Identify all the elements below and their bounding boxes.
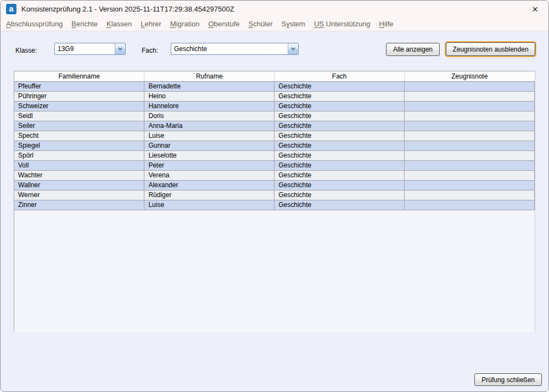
- column-header-rufname[interactable]: Rufname: [144, 71, 274, 81]
- table-cell[interactable]: Spiegel: [14, 141, 144, 150]
- table-cell[interactable]: [405, 91, 535, 101]
- table-cell[interactable]: Pfeuffer: [14, 81, 144, 91]
- app-icon: a: [6, 4, 16, 14]
- table-cell[interactable]: Pühringer: [14, 91, 144, 101]
- menu-item-migration[interactable]: Migration: [166, 18, 204, 30]
- table-cell[interactable]: [405, 160, 535, 170]
- table-cell[interactable]: Zinner: [14, 200, 144, 210]
- menu-item-us-unterstuetzung[interactable]: US Unterstützung: [310, 18, 375, 30]
- table-cell[interactable]: Hannelore: [144, 101, 274, 111]
- table-cell[interactable]: Geschichte: [274, 200, 405, 210]
- chevron-down-icon: [291, 46, 295, 50]
- menu-item-lehrer[interactable]: Lehrer: [136, 18, 166, 30]
- table-cell[interactable]: Geschichte: [274, 160, 405, 170]
- table-cell[interactable]: [405, 111, 535, 121]
- fach-combobox[interactable]: Geschichte: [171, 43, 299, 55]
- klasse-dropdown-button[interactable]: [115, 43, 125, 54]
- menu-item-system[interactable]: System: [277, 18, 310, 30]
- table-body: Pfeuffer Bernadette Geschichte Pühringer…: [14, 81, 535, 210]
- table-cell[interactable]: Geschichte: [274, 170, 405, 180]
- app-window: a Konsistenzprüfung 2.1 - Version 2025-1…: [0, 0, 549, 392]
- alle-anzeigen-button[interactable]: Alle anzeigen: [386, 43, 440, 56]
- table-cell[interactable]: [405, 131, 535, 141]
- table-row[interactable]: Wallner Alexander Geschichte: [14, 180, 535, 190]
- table-row[interactable]: Schweizer Hannelore Geschichte: [14, 101, 535, 111]
- table-row[interactable]: Pfeuffer Bernadette Geschichte: [14, 81, 535, 91]
- table-cell[interactable]: Luise: [144, 131, 274, 141]
- table-cell[interactable]: Voll: [14, 160, 144, 170]
- table-row[interactable]: Pühringer Heino Geschichte: [14, 91, 535, 101]
- fach-combobox-value: Geschichte: [171, 43, 288, 54]
- table-cell[interactable]: Geschichte: [274, 141, 405, 150]
- table-cell[interactable]: Luise: [144, 200, 274, 210]
- table-cell[interactable]: [405, 170, 535, 180]
- menu-item-hilfe[interactable]: Hilfe: [375, 18, 398, 30]
- table-row[interactable]: Seidl Doris Geschichte: [14, 111, 535, 121]
- table-cell[interactable]: Geschichte: [274, 91, 405, 101]
- table-cell[interactable]: Seidl: [14, 111, 144, 121]
- menu-item-klassen[interactable]: Klassen: [102, 18, 136, 30]
- table-row[interactable]: Specht Luise Geschichte: [14, 131, 535, 141]
- column-header-familienname[interactable]: Familienname: [14, 71, 144, 81]
- table-row[interactable]: Werner Rüdiger Geschichte: [14, 190, 535, 200]
- table-cell[interactable]: Werner: [14, 190, 144, 200]
- klasse-label: Klasse:: [15, 47, 37, 54]
- table-cell[interactable]: Bernadette: [144, 81, 274, 91]
- zeugnisnoten-ausblenden-button[interactable]: Zeugnisnoten ausblenden: [446, 42, 535, 56]
- table-cell[interactable]: Geschichte: [274, 111, 405, 121]
- table-cell[interactable]: Geschichte: [274, 190, 405, 200]
- klasse-combobox[interactable]: 13G9: [54, 43, 126, 55]
- pruefung-schliessen-button[interactable]: Prüfung schließen: [474, 373, 542, 386]
- chevron-down-icon: [118, 46, 122, 50]
- table-cell[interactable]: [405, 150, 535, 160]
- fach-dropdown-button[interactable]: [288, 43, 298, 54]
- menu-item-schueler[interactable]: Schüler: [244, 18, 277, 30]
- table-row[interactable]: Wachter Verena Geschichte: [14, 170, 535, 180]
- table-cell[interactable]: Specht: [14, 131, 144, 141]
- table-cell[interactable]: Alexander: [144, 180, 274, 190]
- table-cell[interactable]: [405, 81, 535, 91]
- table-cell[interactable]: Doris: [144, 111, 274, 121]
- titlebar: a Konsistenzprüfung 2.1 - Version 2025-1…: [1, 1, 548, 17]
- table-cell[interactable]: [405, 141, 535, 150]
- column-header-fach[interactable]: Fach: [274, 71, 405, 81]
- menu-item-abschlusspruefung[interactable]: Abschlussprüfung: [2, 18, 67, 30]
- column-header-zeugnisnote[interactable]: Zeugnisnote: [405, 71, 535, 81]
- table-cell[interactable]: Geschichte: [274, 81, 405, 91]
- klasse-combobox-value: 13G9: [55, 43, 115, 54]
- table-cell[interactable]: Anna-Maria: [144, 121, 274, 131]
- table-cell[interactable]: [405, 121, 535, 131]
- close-icon[interactable]: ×: [529, 2, 541, 17]
- fach-label: Fach:: [142, 47, 158, 54]
- table-row[interactable]: Spiegel Gunnar Geschichte: [14, 141, 535, 150]
- window-title: Konsistenzprüfung 2.1 - Version 2025-11-…: [21, 5, 234, 13]
- table-cell[interactable]: Heino: [144, 91, 274, 101]
- table-cell[interactable]: Wallner: [14, 180, 144, 190]
- table-cell[interactable]: Verena: [144, 170, 274, 180]
- table-cell[interactable]: [405, 190, 535, 200]
- table-header-row: Familienname Rufname Fach Zeugnisnote: [14, 71, 535, 81]
- table-cell[interactable]: Geschichte: [274, 150, 405, 160]
- table-row[interactable]: Voll Peter Geschichte: [14, 160, 535, 170]
- table-cell[interactable]: Geschichte: [274, 121, 405, 131]
- table-cell[interactable]: [405, 180, 535, 190]
- table-cell[interactable]: Wachter: [14, 170, 144, 180]
- table-cell[interactable]: Geschichte: [274, 101, 405, 111]
- table-cell[interactable]: Rüdiger: [144, 190, 274, 200]
- table-cell[interactable]: Peter: [144, 160, 274, 170]
- menu-item-berichte[interactable]: Berichte: [67, 18, 102, 30]
- table-cell[interactable]: [405, 101, 535, 111]
- table-cell[interactable]: Geschichte: [274, 180, 405, 190]
- table-row[interactable]: Zinner Luise Geschichte: [14, 200, 535, 210]
- table-cell[interactable]: Lieselotte: [144, 150, 274, 160]
- table-cell[interactable]: Schweizer: [14, 101, 144, 111]
- menu-item-oberstufe[interactable]: Oberstufe: [204, 18, 244, 30]
- menubar: AbschlussprüfungBerichteKlassenLehrerMig…: [1, 17, 548, 31]
- table-cell[interactable]: Gunnar: [144, 141, 274, 150]
- table-cell[interactable]: Spörl: [14, 150, 144, 160]
- table-row[interactable]: Spörl Lieselotte Geschichte: [14, 150, 535, 160]
- table-cell[interactable]: Geschichte: [274, 131, 405, 141]
- table-cell[interactable]: [405, 200, 535, 210]
- table-cell[interactable]: Seiler: [14, 121, 144, 131]
- table-row[interactable]: Seiler Anna-Maria Geschichte: [14, 121, 535, 131]
